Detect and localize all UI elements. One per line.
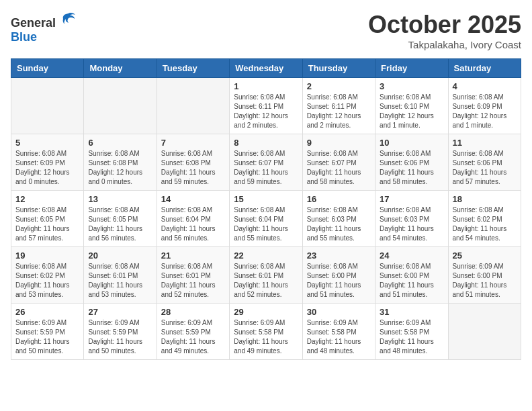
day-info: Sunrise: 6:08 AMSunset: 6:04 PMDaylight:…: [234, 205, 298, 243]
day-info: Sunrise: 6:08 AMSunset: 6:05 PMDaylight:…: [15, 205, 79, 243]
day-info: Sunrise: 6:08 AMSunset: 6:09 PMDaylight:…: [15, 149, 79, 187]
month-title: October 2025: [368, 11, 521, 39]
day-number: 7: [161, 138, 225, 148]
calendar-cell: 1Sunrise: 6:08 AMSunset: 6:11 PMDaylight…: [230, 78, 302, 134]
day-number: 31: [380, 307, 443, 317]
day-number: 17: [380, 194, 443, 204]
calendar-cell: 17Sunrise: 6:08 AMSunset: 6:03 PMDayligh…: [375, 191, 448, 247]
day-number: 5: [15, 138, 79, 148]
calendar-cell: 6Sunrise: 6:08 AMSunset: 6:08 PMDaylight…: [84, 134, 157, 191]
day-info: Sunrise: 6:09 AMSunset: 5:58 PMDaylight:…: [380, 318, 443, 356]
day-info: Sunrise: 6:08 AMSunset: 6:07 PMDaylight:…: [234, 149, 298, 187]
title-section: October 2025 Takpalakaha, Ivory Coast: [368, 11, 521, 50]
day-info: Sunrise: 6:08 AMSunset: 6:08 PMDaylight:…: [88, 149, 152, 187]
calendar-cell: 5Sunrise: 6:08 AMSunset: 6:09 PMDaylight…: [11, 134, 84, 191]
day-info: Sunrise: 6:08 AMSunset: 6:04 PMDaylight:…: [161, 205, 225, 243]
calendar-cell: 13Sunrise: 6:08 AMSunset: 6:05 PMDayligh…: [84, 191, 157, 247]
day-info: Sunrise: 6:08 AMSunset: 6:10 PMDaylight:…: [380, 93, 443, 130]
weekday-header: Thursday: [302, 59, 375, 78]
calendar-header-row: SundayMondayTuesdayWednesdayThursdayFrid…: [11, 59, 521, 78]
weekday-header: Monday: [84, 59, 157, 78]
calendar-cell: 12Sunrise: 6:08 AMSunset: 6:05 PMDayligh…: [11, 191, 84, 247]
day-info: Sunrise: 6:08 AMSunset: 6:09 PMDaylight:…: [453, 93, 517, 130]
calendar-cell: 7Sunrise: 6:08 AMSunset: 6:08 PMDaylight…: [157, 134, 229, 191]
page-header: General Blue October 2025 Takpalakaha, I…: [11, 11, 521, 50]
day-info: Sunrise: 6:08 AMSunset: 6:11 PMDaylight:…: [307, 93, 371, 130]
calendar-cell: 21Sunrise: 6:08 AMSunset: 6:01 PMDayligh…: [157, 247, 229, 304]
weekday-header: Wednesday: [230, 59, 302, 78]
day-info: Sunrise: 6:09 AMSunset: 6:00 PMDaylight:…: [453, 262, 517, 300]
calendar-cell: 8Sunrise: 6:08 AMSunset: 6:07 PMDaylight…: [230, 134, 302, 191]
day-number: 20: [88, 250, 152, 261]
day-number: 6: [88, 138, 152, 148]
day-number: 15: [234, 194, 298, 204]
calendar-cell: 20Sunrise: 6:08 AMSunset: 6:01 PMDayligh…: [84, 247, 157, 304]
calendar-cell: 23Sunrise: 6:08 AMSunset: 6:00 PMDayligh…: [302, 247, 375, 304]
calendar-cell: 9Sunrise: 6:08 AMSunset: 6:07 PMDaylight…: [302, 134, 375, 191]
logo-bird-icon: [60, 11, 77, 27]
day-number: 16: [307, 194, 371, 204]
logo-blue: Blue: [11, 30, 37, 44]
weekday-header: Sunday: [11, 59, 84, 78]
calendar-cell: [448, 304, 521, 360]
day-number: 19: [15, 250, 79, 261]
day-number: 14: [161, 194, 225, 204]
calendar-cell: 14Sunrise: 6:08 AMSunset: 6:04 PMDayligh…: [157, 191, 229, 247]
calendar-cell: 24Sunrise: 6:08 AMSunset: 6:00 PMDayligh…: [375, 247, 448, 304]
day-info: Sunrise: 6:08 AMSunset: 6:03 PMDaylight:…: [380, 205, 443, 243]
day-info: Sunrise: 6:08 AMSunset: 6:06 PMDaylight:…: [453, 149, 517, 187]
calendar-week-row: 19Sunrise: 6:08 AMSunset: 6:02 PMDayligh…: [11, 247, 521, 304]
day-number: 4: [453, 81, 517, 91]
logo-general: General: [11, 16, 56, 30]
calendar-cell: 31Sunrise: 6:09 AMSunset: 5:58 PMDayligh…: [375, 304, 448, 360]
day-info: Sunrise: 6:08 AMSunset: 6:02 PMDaylight:…: [15, 262, 79, 300]
location-title: Takpalakaha, Ivory Coast: [368, 39, 521, 50]
day-number: 30: [307, 307, 371, 317]
day-number: 26: [15, 307, 79, 317]
calendar-cell: [84, 78, 157, 134]
day-number: 12: [15, 194, 79, 204]
day-number: 11: [453, 138, 517, 148]
day-number: 3: [380, 81, 443, 91]
day-info: Sunrise: 6:09 AMSunset: 5:58 PMDaylight:…: [234, 318, 298, 356]
day-info: Sunrise: 6:08 AMSunset: 6:07 PMDaylight:…: [307, 149, 371, 187]
day-info: Sunrise: 6:08 AMSunset: 6:01 PMDaylight:…: [161, 262, 225, 300]
day-number: 10: [380, 138, 443, 148]
calendar-week-row: 1Sunrise: 6:08 AMSunset: 6:11 PMDaylight…: [11, 78, 521, 134]
calendar-cell: 16Sunrise: 6:08 AMSunset: 6:03 PMDayligh…: [302, 191, 375, 247]
calendar-cell: 3Sunrise: 6:08 AMSunset: 6:10 PMDaylight…: [375, 78, 448, 134]
calendar-cell: 2Sunrise: 6:08 AMSunset: 6:11 PMDaylight…: [302, 78, 375, 134]
logo: General Blue: [11, 11, 77, 44]
calendar-cell: 25Sunrise: 6:09 AMSunset: 6:00 PMDayligh…: [448, 247, 521, 304]
calendar-cell: [11, 78, 84, 134]
day-number: 8: [234, 138, 298, 148]
calendar-cell: [157, 78, 229, 134]
calendar-week-row: 5Sunrise: 6:08 AMSunset: 6:09 PMDaylight…: [11, 134, 521, 191]
day-number: 29: [234, 307, 298, 317]
day-number: 2: [307, 81, 371, 91]
day-info: Sunrise: 6:08 AMSunset: 6:01 PMDaylight:…: [234, 262, 298, 300]
calendar-cell: 15Sunrise: 6:08 AMSunset: 6:04 PMDayligh…: [230, 191, 302, 247]
day-number: 21: [161, 250, 225, 261]
day-info: Sunrise: 6:08 AMSunset: 6:00 PMDaylight:…: [307, 262, 371, 300]
day-info: Sunrise: 6:08 AMSunset: 6:05 PMDaylight:…: [88, 205, 152, 243]
day-info: Sunrise: 6:08 AMSunset: 6:03 PMDaylight:…: [307, 205, 371, 243]
day-info: Sunrise: 6:09 AMSunset: 5:59 PMDaylight:…: [88, 318, 152, 356]
day-number: 13: [88, 194, 152, 204]
calendar-cell: 4Sunrise: 6:08 AMSunset: 6:09 PMDaylight…: [448, 78, 521, 134]
logo-text: General Blue: [11, 11, 77, 44]
calendar-table: SundayMondayTuesdayWednesdayThursdayFrid…: [11, 58, 521, 360]
day-number: 28: [161, 307, 225, 317]
calendar-cell: 27Sunrise: 6:09 AMSunset: 5:59 PMDayligh…: [84, 304, 157, 360]
day-number: 23: [307, 250, 371, 261]
weekday-header: Saturday: [448, 59, 521, 78]
day-number: 24: [380, 250, 443, 261]
weekday-header: Friday: [375, 59, 448, 78]
day-number: 18: [453, 194, 517, 204]
calendar-cell: 30Sunrise: 6:09 AMSunset: 5:58 PMDayligh…: [302, 304, 375, 360]
calendar-cell: 19Sunrise: 6:08 AMSunset: 6:02 PMDayligh…: [11, 247, 84, 304]
day-info: Sunrise: 6:08 AMSunset: 6:08 PMDaylight:…: [161, 149, 225, 187]
calendar-week-row: 12Sunrise: 6:08 AMSunset: 6:05 PMDayligh…: [11, 191, 521, 247]
day-number: 27: [88, 307, 152, 317]
calendar-cell: 29Sunrise: 6:09 AMSunset: 5:58 PMDayligh…: [230, 304, 302, 360]
